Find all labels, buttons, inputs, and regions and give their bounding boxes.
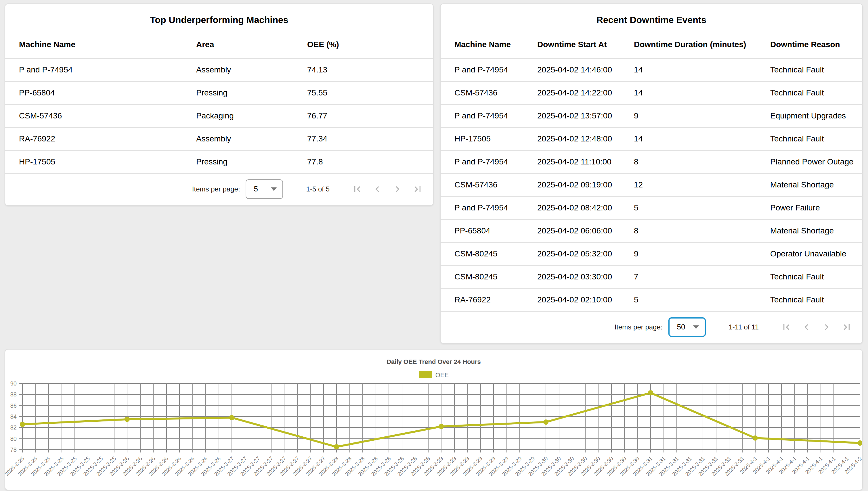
card-title: Top Underperforming Machines [5, 4, 433, 30]
table-row: CSM-802452025-04-02 03:30:007Technical F… [441, 265, 862, 288]
table-cell: 75.55 [293, 81, 433, 104]
items-per-page-select[interactable]: 50 [668, 317, 705, 337]
table-row: CSM-802452025-04-02 05:32:009Operator Un… [441, 242, 862, 265]
table-row: RA-76922Assembly77.34 [5, 127, 433, 150]
svg-text:78: 78 [10, 446, 17, 453]
table-cell: CSM-80245 [441, 242, 524, 265]
table-cell: RA-76922 [5, 127, 183, 150]
table-row: P and P-749542025-04-02 08:42:005Power F… [441, 196, 862, 219]
table-cell: 5 [620, 288, 756, 311]
table-cell: 8 [620, 219, 756, 242]
table-row: P and P-749542025-04-02 13:57:009Equipme… [441, 104, 862, 127]
svg-text:80: 80 [10, 435, 17, 442]
previous-page-button[interactable] [798, 318, 815, 336]
chevron-left-icon [801, 321, 812, 333]
svg-text:88: 88 [10, 391, 17, 398]
table-row: CSM-574362025-04-02 09:19:0012Material S… [441, 173, 862, 196]
table-cell: RA-76922 [441, 288, 524, 311]
table-cell: 2025-04-02 09:19:00 [524, 173, 620, 196]
table-cell: 5 [620, 196, 756, 219]
oee-trend-chart: 788082848688902025-3-252025-3-252025-3-2… [5, 380, 862, 479]
table-row: CSM-574362025-04-02 14:22:0014Technical … [441, 81, 862, 104]
table-cell: 2025-04-02 14:46:00 [524, 58, 620, 81]
table-cell: Technical Fault [756, 127, 862, 150]
table-cell: P and P-74954 [441, 58, 524, 81]
table-cell: Material Shortage [756, 219, 862, 242]
table-cell: 14 [620, 127, 756, 150]
next-page-button[interactable] [818, 318, 835, 336]
last-page-icon [841, 321, 852, 333]
table-row: P and P-749542025-04-02 14:46:0014Techni… [441, 58, 862, 81]
table-cell: Pressing [183, 150, 293, 173]
first-page-icon [352, 183, 363, 195]
last-page-button[interactable] [409, 180, 426, 198]
column-header: Downtime Start At [524, 30, 620, 58]
chevron-down-icon [271, 187, 277, 191]
first-page-icon [781, 321, 792, 333]
table-cell: 14 [620, 58, 756, 81]
legend-label: OEE [436, 371, 449, 378]
table-row: HP-17505Pressing77.8 [5, 150, 433, 173]
items-per-page-value: 50 [669, 322, 685, 331]
first-page-button[interactable] [778, 318, 795, 336]
table-row: PP-658042025-04-02 06:06:008Material Sho… [441, 219, 862, 242]
table-row: P and P-74954Assembly74.13 [5, 58, 433, 81]
table-cell: Technical Fault [756, 265, 862, 288]
oee-trend-card: Daily OEE Trend Over 24 Hours OEE 788082… [5, 349, 863, 490]
table-row: HP-175052025-04-02 12:48:0014Technical F… [441, 127, 862, 150]
paginator: Items per page: 50 1-11 of 11 [441, 311, 862, 342]
items-per-page-select[interactable]: 5 [246, 179, 283, 199]
table-cell: Material Shortage [756, 173, 862, 196]
items-per-page-label: Items per page: [615, 323, 663, 331]
card-title: Recent Downtime Events [441, 4, 862, 30]
table-header-row: Machine NameAreaOEE (%) [5, 30, 433, 58]
next-page-button[interactable] [389, 180, 406, 198]
table-cell: CSM-80245 [441, 265, 524, 288]
table-cell: P and P-74954 [441, 104, 524, 127]
table-cell: 77.8 [293, 150, 433, 173]
table-cell: Technical Fault [756, 288, 862, 311]
table-cell: 2025-04-02 13:57:00 [524, 104, 620, 127]
table-cell: 76.77 [293, 104, 433, 127]
table-cell: 2025-04-02 11:10:00 [524, 150, 620, 173]
last-page-button[interactable] [838, 318, 855, 336]
table-cell: 8 [620, 150, 756, 173]
table-cell: Equipment Upgrades [756, 104, 862, 127]
column-header: Downtime Reason [756, 30, 862, 58]
table-cell: HP-17505 [441, 127, 524, 150]
column-header: Area [183, 30, 293, 58]
table-row: P and P-749542025-04-02 11:10:008Planned… [441, 150, 862, 173]
paginator: Items per page: 5 1-5 of 5 [5, 173, 433, 204]
table-cell: P and P-74954 [441, 150, 524, 173]
table-cell: P and P-74954 [441, 196, 524, 219]
table-cell: 2025-04-02 06:06:00 [524, 219, 620, 242]
table-header-row: Machine NameDowntime Start AtDowntime Du… [441, 30, 862, 58]
table-cell: 2025-04-02 03:30:00 [524, 265, 620, 288]
table-cell: Pressing [183, 81, 293, 104]
svg-text:90: 90 [10, 380, 17, 387]
top-underperforming-machines-card: Top Underperforming Machines Machine Nam… [5, 3, 434, 206]
table-cell: Technical Fault [756, 81, 862, 104]
column-header: Downtime Duration (minutes) [620, 30, 756, 58]
table-cell: 2025-04-02 02:10:00 [524, 288, 620, 311]
last-page-icon [412, 183, 423, 195]
page-range-label: 1-5 of 5 [306, 185, 330, 193]
previous-page-button[interactable] [369, 180, 386, 198]
table-cell: CSM-57436 [441, 173, 524, 196]
dashboard: Top Underperforming Machines Machine Nam… [0, 0, 868, 491]
table-row: PP-65804Pressing75.55 [5, 81, 433, 104]
underperforming-machines-table: Machine NameAreaOEE (%) P and P-74954Ass… [5, 30, 433, 173]
table-cell: 7 [620, 265, 756, 288]
table-cell: 74.13 [293, 58, 433, 81]
table-cell: 9 [620, 242, 756, 265]
legend-swatch [419, 371, 432, 378]
table-cell: PP-65804 [5, 81, 183, 104]
items-per-page-label: Items per page: [192, 185, 240, 193]
table-cell: 9 [620, 104, 756, 127]
chevron-left-icon [371, 183, 383, 195]
chevron-right-icon [821, 321, 832, 333]
page-range-label: 1-11 of 11 [729, 323, 759, 331]
table-cell: 77.34 [293, 127, 433, 150]
table-cell: Assembly [183, 127, 293, 150]
first-page-button[interactable] [348, 180, 366, 198]
